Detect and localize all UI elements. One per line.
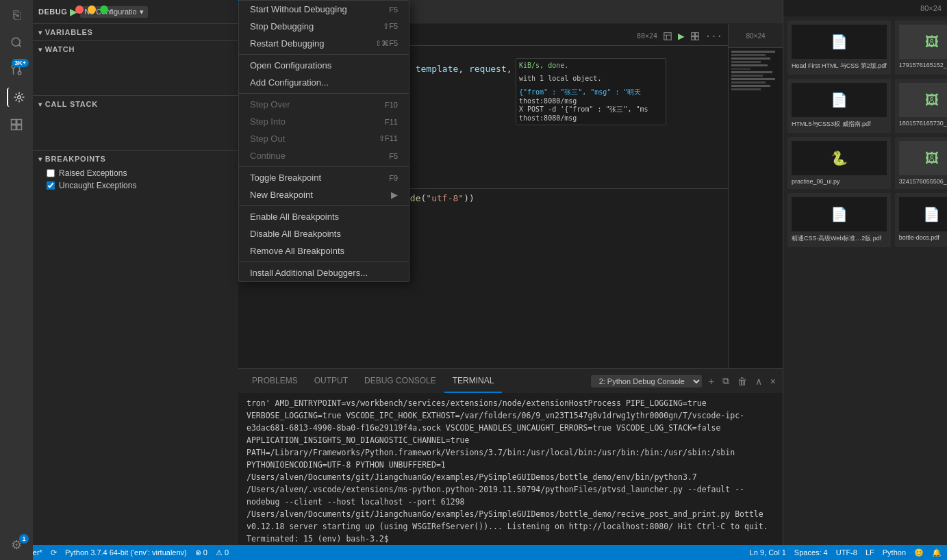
menu-shortcut: F5 (389, 152, 398, 160)
thumbnail-bottle-pdf[interactable]: 📄 bottle-docs.pdf (895, 193, 947, 247)
thumbnail-py-label: practise_06_ui.py (792, 178, 887, 185)
svg-rect-6 (12, 120, 16, 125)
menu-item-new-breakpoint[interactable]: New Breakpoint▶ (239, 186, 409, 203)
status-feedback-icon: 😊 (914, 548, 924, 557)
thumbnail-html5-pdf[interactable]: 📄 HTML5与CSS3权 威指南.pdf (787, 79, 891, 133)
editor-more-button[interactable]: ··· (705, 31, 722, 42)
status-python[interactable]: Python 3.7.4 64-bit ('env': virtualenv) (65, 548, 187, 557)
window-close-button[interactable] (75, 5, 84, 14)
status-language[interactable]: Python (883, 548, 906, 557)
activity-debug-icon[interactable] (7, 88, 26, 107)
settings-badge: 1 (19, 534, 29, 544)
menu-item-disable-all-breakpoints[interactable]: Disable All Breakpoints (239, 225, 409, 242)
file-thumbnails: 📄 Head First HTML 与CSS 第2版.pdf 🖼 1791576… (783, 16, 947, 251)
callstack-header[interactable]: ▾ CALL STACK (33, 96, 238, 112)
status-spaces[interactable]: Spaces: 4 (794, 548, 828, 557)
watch-header[interactable]: ▾ WATCH (33, 41, 238, 58)
terminal-split-button[interactable]: ⧉ (721, 374, 731, 388)
right-panel: 80×24 📄 Head First HTML 与CSS 第2版.pdf 🖼 1… (783, 0, 947, 560)
activity-search-icon[interactable] (7, 33, 26, 52)
status-feedback[interactable]: 😊 (914, 548, 924, 557)
thumbnail-css-pdf[interactable]: 📄 精通CSS·高级Web标准…2版.pdf (787, 193, 891, 247)
terminal-tab-output[interactable]: OUTPUT (306, 369, 356, 393)
status-sync-icon: ⟳ (51, 548, 57, 557)
callstack-chevron-icon: ▾ (38, 101, 42, 108)
menu-divider (239, 166, 409, 167)
callstack-section: ▾ CALL STACK (33, 96, 238, 151)
menu-item-remove-all-breakpoints[interactable]: Remove All Breakpoints (239, 242, 409, 259)
uncaught-exceptions-checkbox[interactable] (47, 181, 55, 190)
terminal-tab-terminal[interactable]: TERMINAL (444, 369, 503, 393)
terminal-tab-debug-console[interactable]: DEBUG CONSOLE (356, 369, 444, 393)
svg-point-2 (18, 71, 21, 75)
menu-item-add-configuration[interactable]: Add Configuration... (239, 74, 409, 91)
minimap-code (729, 48, 783, 94)
watch-chevron-icon: ▾ (38, 46, 42, 53)
status-bell[interactable]: 🔔 (932, 548, 942, 557)
menu-shortcut: F10 (385, 101, 398, 109)
menu-item-open-configurations[interactable]: Open Configurations (239, 57, 409, 74)
menu-shortcut: ⇧F11 (379, 134, 398, 143)
terminal-actions: 2: Python Debug Console + ⧉ 🗑 ∧ × (591, 374, 777, 388)
thumbnail-jpg1[interactable]: 🖼 1791576165152_pic.jpg (895, 21, 947, 75)
status-spaces-label: Spaces: 4 (794, 548, 828, 557)
menu-item-install-additional-debuggers[interactable]: Install Additional Debuggers... (239, 264, 409, 281)
breakpoints-header[interactable]: ▾ BREAKPOINTS (33, 151, 238, 167)
menu-item-label: Toggle Breakpoint (250, 173, 321, 183)
menu-item-enable-all-breakpoints[interactable]: Enable All Breakpoints (239, 208, 409, 225)
status-errors[interactable]: ⊗ 0 (195, 548, 207, 557)
activity-sourcecontrol-icon[interactable]: 3K+ (7, 60, 26, 79)
svg-rect-7 (17, 120, 22, 125)
menu-item-start-without-debugging[interactable]: Start Without DebuggingF5 (239, 1, 409, 18)
terminal-tab-problems[interactable]: PROBLEMS (244, 369, 306, 393)
menu-item-restart-debugging[interactable]: Restart Debugging⇧⌘F5 (239, 35, 409, 52)
terminal-chevron-up-button[interactable]: ∧ (754, 374, 763, 388)
status-language-label: Python (883, 548, 906, 557)
svg-rect-17 (695, 36, 698, 40)
terminal-close-button[interactable]: × (769, 374, 777, 388)
variables-header[interactable]: ▾ VARIABLES (33, 24, 238, 40)
thumbnail-html-css-pdf[interactable]: 📄 Head First HTML 与CSS 第2版.pdf (787, 21, 891, 75)
menu-item-label: Add Configuration... (250, 77, 329, 88)
thumbnail-jpg3[interactable]: 🖼 3241576055506_pic.jpg (895, 137, 947, 189)
menu-shortcut: F11 (385, 118, 398, 126)
menu-item-stop-debugging[interactable]: Stop Debugging⇧F5 (239, 18, 409, 35)
status-warnings-label: ⚠ 0 (216, 548, 229, 557)
status-sync[interactable]: ⟳ (51, 548, 57, 557)
thumbnail-bottle-label: bottle-docs.pdf (899, 234, 947, 241)
svg-rect-16 (691, 36, 694, 40)
terminal-content[interactable]: tron' AMD_ENTRYPOINT=vs/workbench/servic… (238, 393, 783, 560)
raised-exceptions-checkbox[interactable] (47, 169, 55, 177)
menu-item-label: Step Out (250, 133, 285, 144)
activity-extensions-icon[interactable] (7, 115, 26, 134)
menu-item-label: Install Additional Debuggers... (250, 268, 368, 278)
window-minimize-button[interactable] (88, 5, 96, 14)
status-encoding[interactable]: UTF-8 (836, 548, 857, 557)
status-warnings[interactable]: ⚠ 0 (216, 548, 229, 557)
problems-tab-label: PROBLEMS (252, 376, 298, 385)
editor-dimensions: 80×24 (637, 32, 657, 40)
variables-section: ▾ VARIABLES (33, 24, 238, 41)
status-line-col[interactable]: Ln 9, Col 1 (750, 548, 786, 557)
terminal-trash-button[interactable]: 🗑 (736, 374, 748, 388)
status-line-ending-label: LF (866, 548, 874, 557)
status-line-ending[interactable]: LF (866, 548, 874, 557)
activity-explorer-icon[interactable]: ⎘ (7, 5, 26, 25)
uncaught-exceptions-item: Uncaught Exceptions (33, 179, 238, 192)
menu-item-step-into: Step IntoF11 (239, 113, 409, 130)
breakpoints-label: BREAKPOINTS (45, 155, 106, 163)
editor-run-button[interactable]: ▶ (678, 29, 685, 42)
terminal-overlay: KiB/s, done. with 1 local object. {"from… (516, 58, 666, 125)
variables-label: VARIABLES (45, 28, 93, 36)
raised-exceptions-label: Raised Exceptions (59, 168, 127, 178)
svg-rect-15 (695, 32, 698, 36)
svg-rect-13 (664, 32, 672, 40)
activity-bar: ⎘ 3K+ ⚙ (0, 0, 33, 560)
thumbnail-py[interactable]: 🐍 practise_06_ui.py (787, 137, 891, 189)
menu-item-toggle-breakpoint[interactable]: Toggle BreakpointF9 (239, 169, 409, 186)
window-maximize-button[interactable] (100, 5, 108, 14)
window-controls (75, 5, 108, 14)
terminal-add-button[interactable]: + (707, 374, 716, 388)
thumbnail-jpg2[interactable]: 🖼 1801576165730_pic.jpg (895, 79, 947, 133)
terminal-console-select[interactable]: 2: Python Debug Console (591, 375, 702, 387)
